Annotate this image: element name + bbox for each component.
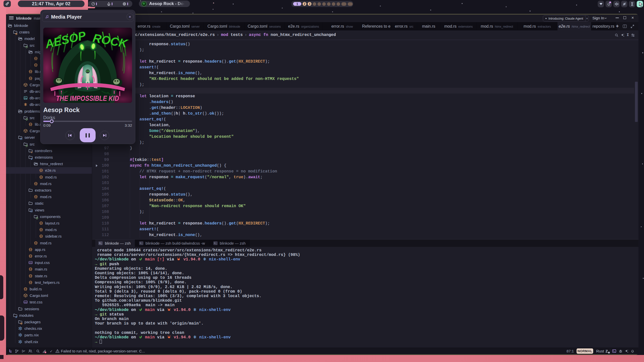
svg-text:THE IMPOSSIBLE KID: THE IMPOSSIBLE KID xyxy=(56,94,119,102)
